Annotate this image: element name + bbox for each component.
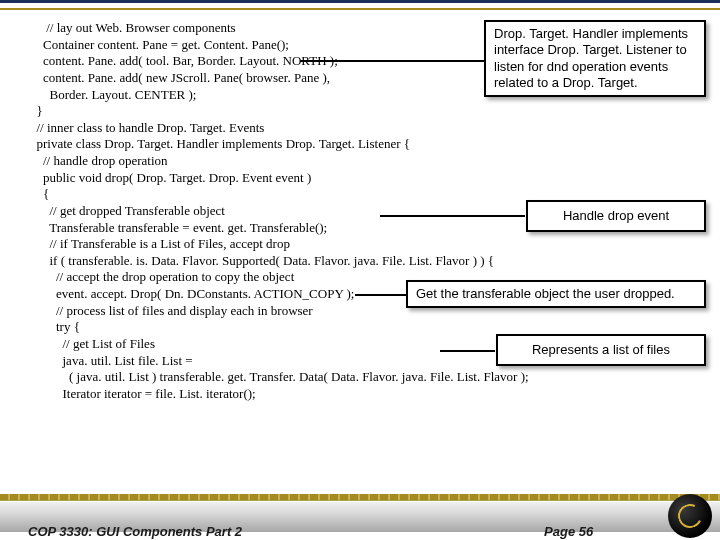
- connector-line: [355, 294, 407, 296]
- callout-handle-drop: Handle drop event: [526, 200, 706, 232]
- connector-line: [440, 350, 495, 352]
- ucf-logo: [668, 494, 712, 538]
- connector-line: [300, 60, 485, 62]
- footer: COP 3330: GUI Components Part 2 Page 56 …: [0, 494, 720, 540]
- footer-page-number: Page 56: [544, 524, 593, 539]
- connector-line: [380, 215, 525, 217]
- callout-list-of-files: Represents a list of files: [496, 334, 706, 366]
- footer-course-title: COP 3330: GUI Components Part 2: [28, 524, 242, 539]
- callout-drop-target-handler: Drop. Target. Handler implements interfa…: [484, 20, 706, 97]
- slide: // lay out Web. Browser components Conta…: [0, 0, 720, 540]
- top-rule: [0, 0, 720, 10]
- callout-get-transferable: Get the transferable object the user dro…: [406, 280, 706, 308]
- ucf-logo-ring: [675, 501, 706, 532]
